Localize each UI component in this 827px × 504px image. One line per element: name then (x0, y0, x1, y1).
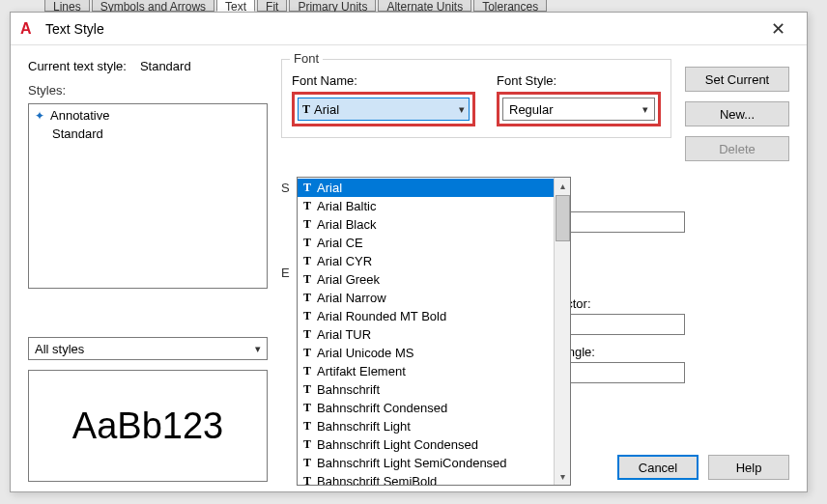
dropdown-list[interactable]: TArial TArial Baltic TArial Black TArial… (298, 178, 554, 485)
truetype-icon: T (303, 456, 311, 470)
background-tabs: Lines Symbols and Arrows Text Fit Primar… (44, 0, 783, 12)
dropdown-item-label: Bahnschrift Light (317, 419, 411, 434)
truetype-icon: T (303, 346, 311, 360)
scroll-down-icon[interactable]: ▾ (555, 468, 570, 485)
truetype-icon: T (303, 401, 311, 415)
font-name-label: Font Name: (292, 73, 475, 88)
font-name-combo[interactable]: T Arial ▾ (298, 98, 470, 121)
preview-text: AaBb123 (72, 406, 223, 447)
font-style-label: Font Style: (497, 73, 661, 88)
truetype-icon: T (303, 419, 311, 434)
titlebar: A Text Style ✕ (11, 13, 807, 45)
dropdown-item[interactable]: TBahnschrift Condensed (298, 399, 554, 417)
font-style-value: Regular (509, 102, 554, 117)
dropdown-item-label: Arial Rounded MT Bold (317, 309, 446, 323)
font-group: Font Font Name: T Arial ▾ (281, 59, 671, 138)
dropdown-item-label: Arial Baltic (317, 199, 376, 213)
truetype-icon: T (303, 254, 311, 268)
dropdown-item[interactable]: TBahnschrift Light Condensed (298, 435, 554, 454)
bg-tab[interactable]: Fit (257, 0, 287, 12)
bg-tab[interactable]: Lines (44, 0, 90, 12)
chevron-down-icon[interactable]: ▾ (642, 103, 648, 116)
new-button[interactable]: New... (685, 101, 789, 126)
autocad-icon: A (20, 20, 38, 38)
list-item[interactable]: Standard (31, 125, 265, 143)
styles-label: Styles: (28, 83, 268, 98)
dropdown-item-label: Arial (317, 181, 342, 195)
oblique-angle-input[interactable] (561, 362, 685, 383)
dropdown-item[interactable]: TArial Black (298, 215, 554, 234)
font-name-dropdown[interactable]: TArial TArial Baltic TArial Black TArial… (297, 177, 571, 486)
truetype-icon: T (303, 272, 311, 287)
list-item-label: Standard (52, 126, 103, 141)
dropdown-item[interactable]: TBahnschrift SemiBold (298, 472, 554, 485)
dropdown-item-label: Arial Narrow (317, 291, 386, 305)
truetype-icon: T (302, 102, 310, 117)
font-group-title: Font (290, 51, 323, 66)
dropdown-item[interactable]: TBahnschrift Light SemiCondensed (298, 454, 554, 472)
text-style-dialog: A Text Style ✕ Current text style: Stand… (10, 12, 808, 492)
chevron-down-icon[interactable]: ▾ (459, 103, 465, 116)
dropdown-item[interactable]: TArial Unicode MS (298, 344, 554, 362)
truetype-icon: T (303, 236, 311, 250)
font-name-value: Arial (314, 102, 339, 117)
list-item[interactable]: ✦ Annotative (31, 106, 265, 125)
dropdown-item[interactable]: TBahnschrift (298, 380, 554, 399)
dropdown-item[interactable]: TArial TUR (298, 325, 554, 344)
bg-tab[interactable]: Tolerances (473, 0, 547, 12)
set-current-button[interactable]: Set Current (685, 67, 789, 92)
truetype-icon: T (303, 291, 311, 305)
style-filter-value: All styles (35, 342, 84, 356)
current-style-value: Standard (140, 59, 191, 73)
size-group-hint: S (281, 181, 290, 195)
scroll-up-icon[interactable]: ▴ (555, 178, 570, 194)
bg-tab[interactable]: Text (216, 0, 255, 12)
dropdown-item-label: Artifakt Element (317, 364, 406, 378)
dialog-title: Text Style (45, 21, 758, 37)
delete-button: Delete (685, 136, 789, 161)
dropdown-item-label: Bahnschrift (317, 382, 380, 397)
dropdown-item-label: Bahnschrift SemiBold (317, 474, 437, 485)
bg-tab[interactable]: Symbols and Arrows (92, 0, 214, 12)
bg-tab[interactable]: Primary Units (289, 0, 376, 12)
dropdown-item[interactable]: TBahnschrift Light (298, 417, 554, 435)
highlight-frame: Regular ▾ (497, 92, 661, 126)
bg-tab[interactable]: Alternate Units (378, 0, 471, 12)
dropdown-item[interactable]: TArial Baltic (298, 197, 554, 215)
truetype-icon: T (303, 364, 311, 378)
dropdown-item[interactable]: TArial CE (298, 234, 554, 252)
list-item-label: Annotative (50, 108, 109, 123)
dropdown-item-label: Bahnschrift Condensed (317, 401, 447, 415)
dropdown-item[interactable]: TArtifakt Element (298, 362, 554, 380)
truetype-icon: T (303, 217, 311, 232)
style-filter-combo[interactable]: All styles ▾ (28, 337, 268, 360)
dropdown-item-label: Arial TUR (317, 327, 371, 342)
highlight-frame: T Arial ▾ (292, 92, 475, 126)
dropdown-item[interactable]: TArial (298, 179, 554, 197)
dropdown-item-label: Arial CE (317, 236, 363, 250)
font-style-combo[interactable]: Regular ▾ (502, 98, 655, 121)
cancel-button[interactable]: Cancel (617, 455, 699, 480)
width-factor-input[interactable] (561, 314, 685, 335)
text-input[interactable] (561, 211, 685, 233)
dropdown-item-label: Arial CYR (317, 254, 372, 268)
truetype-icon: T (303, 327, 311, 342)
dropdown-item-label: Arial Unicode MS (317, 346, 414, 360)
dropdown-item[interactable]: TArial CYR (298, 252, 554, 270)
dropdown-scrollbar[interactable]: ▴ ▾ (554, 178, 570, 485)
dropdown-item[interactable]: TArial Narrow (298, 289, 554, 307)
truetype-icon: T (303, 309, 311, 323)
dropdown-item[interactable]: TArial Rounded MT Bold (298, 307, 554, 325)
dropdown-item-label: Arial Greek (317, 272, 380, 287)
truetype-icon: T (303, 382, 311, 397)
scrollbar-thumb[interactable] (556, 195, 570, 241)
dropdown-item-label: Arial Black (317, 217, 376, 232)
current-style-label: Current text style: (28, 59, 127, 73)
effects-group-hint: E (281, 266, 290, 280)
dropdown-item-label: Bahnschrift Light Condensed (317, 437, 478, 452)
styles-listbox[interactable]: ✦ Annotative Standard (28, 103, 268, 289)
dropdown-item[interactable]: TArial Greek (298, 270, 554, 289)
close-icon[interactable]: ✕ (758, 14, 797, 43)
help-button[interactable]: Help (708, 455, 789, 480)
chevron-down-icon[interactable]: ▾ (255, 343, 261, 355)
